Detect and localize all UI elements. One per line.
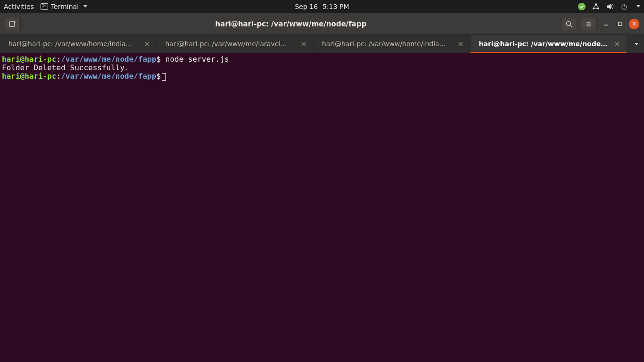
prompt-user: hari@hari-pc	[2, 72, 57, 81]
panel-time: 5:13 PM	[322, 3, 349, 10]
command-text: node server.js	[161, 55, 229, 64]
prompt-sigil: $	[157, 72, 161, 81]
close-icon[interactable]	[300, 40, 307, 48]
clock[interactable]: Sep 16 5:13 PM	[295, 3, 349, 10]
terminal-tab[interactable]: hari@hari-pc: /var/www/me/node/f...	[471, 35, 627, 53]
network-icon	[592, 3, 600, 10]
terminal-body[interactable]: hari@hari-pc:/var/www/me/node/fapp$ node…	[0, 53, 644, 362]
update-ready-icon	[578, 3, 586, 10]
tab-label: hari@hari-pc: /var/www/me/node/f...	[479, 40, 610, 48]
terminal-icon	[41, 3, 48, 10]
close-button[interactable]	[629, 19, 639, 29]
terminal-tab[interactable]: hari@hari-pc: /var/www/me/laravel...	[157, 35, 314, 53]
window-title: hari@hari-pc: /var/www/me/node/fapp	[25, 20, 557, 28]
gnome-top-panel: Activities Terminal Sep 16 5:13 PM	[0, 0, 644, 13]
maximize-button[interactable]	[615, 19, 625, 29]
prompt-sigil: $	[157, 55, 161, 64]
new-tab-button[interactable]	[5, 17, 21, 31]
prompt-user: hari@hari-pc	[2, 55, 57, 64]
output-line: Folder Deleted Successfully.	[2, 63, 129, 72]
volume-icon	[606, 3, 614, 10]
app-menu-label: Terminal	[51, 3, 79, 10]
chevron-down-icon	[635, 43, 638, 45]
svg-point-5	[567, 21, 571, 25]
close-icon[interactable]	[457, 40, 464, 48]
chevron-down-icon	[83, 5, 87, 8]
close-icon[interactable]	[613, 40, 621, 48]
prompt-separator: :	[57, 72, 61, 81]
prompt-path: /var/www/me/node/fapp	[61, 72, 156, 81]
tab-label: hari@hari-pc: /var/www/home/india...	[322, 40, 453, 48]
app-menu[interactable]: Terminal	[41, 3, 87, 10]
window-titlebar: hari@hari-pc: /var/www/me/node/fapp	[0, 13, 644, 34]
panel-date: Sep 16	[295, 3, 318, 10]
tab-label: hari@hari-pc: /var/www/home/india...	[8, 40, 140, 48]
system-status-area[interactable]	[578, 3, 640, 10]
search-button[interactable]	[561, 17, 577, 31]
chevron-down-icon	[636, 5, 640, 8]
tabs-menu-button[interactable]	[627, 35, 644, 53]
prompt-separator: :	[57, 55, 61, 64]
minimize-button[interactable]	[601, 19, 611, 29]
close-icon[interactable]	[143, 40, 151, 48]
terminal-tab[interactable]: hari@hari-pc: /var/www/home/india...	[0, 35, 157, 53]
hamburger-menu-button[interactable]	[581, 17, 597, 31]
activities-button[interactable]: Activities	[4, 3, 34, 10]
terminal-tabbar: hari@hari-pc: /var/www/home/india... har…	[0, 34, 644, 53]
cursor	[162, 73, 166, 81]
power-icon	[620, 3, 628, 10]
svg-rect-6	[618, 22, 621, 25]
tab-label: hari@hari-pc: /var/www/me/laravel...	[165, 40, 297, 48]
prompt-path: /var/www/me/node/fapp	[61, 55, 156, 64]
terminal-tab[interactable]: hari@hari-pc: /var/www/home/india...	[314, 35, 471, 53]
